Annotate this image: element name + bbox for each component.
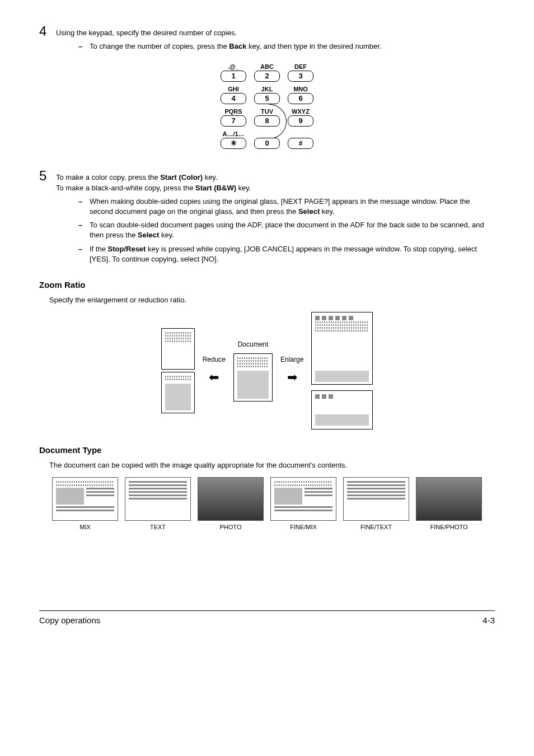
step-4-text: Using the keypad, specify the desired nu… — [56, 25, 495, 38]
doctype-row: MIX TEXT PHOTO FINE/MIX FINE/TEXT FINE/P… — [39, 477, 495, 531]
step-number-4: 4 — [39, 25, 56, 38]
text: key. — [236, 184, 251, 192]
doc-thumb-enlarged — [311, 312, 373, 385]
zoom-reduce-label: Reduce — [203, 355, 226, 365]
key-letters — [288, 130, 313, 138]
text: key is pressed while copying, [JOB CANCE… — [90, 245, 477, 263]
key-hash — [288, 138, 313, 149]
bullet-text: When making double-sided copies using th… — [90, 197, 495, 217]
zoom-heading: Zoom Ratio — [39, 279, 495, 291]
doctype-label: FINE/MIX — [290, 524, 317, 530]
zoom-figure: Reduce Document Enlarge — [39, 312, 495, 430]
text: If the — [90, 245, 108, 253]
key-letters: A…/1… — [221, 130, 246, 138]
keypad-figure: .@_1 ABC2 DEF3 GHI4 JKL5 MNO6 PQRS7 TUV8… — [39, 63, 495, 152]
step-4-bullet-text: To change the number of copies, press th… — [90, 41, 495, 52]
zoom-document-label: Document — [238, 340, 269, 349]
key-letters: WXYZ — [288, 108, 313, 115]
key-select: Select — [138, 231, 159, 239]
keypad: .@_1 ABC2 DEF3 GHI4 JKL5 MNO6 PQRS7 TUV8… — [221, 63, 313, 152]
step-5-bullet-2: – To scan double-sided document pages us… — [39, 220, 495, 240]
key-letters: JKL — [254, 85, 280, 93]
key-letters — [254, 130, 280, 138]
doctype-mix: MIX — [52, 477, 118, 531]
key-letters: MNO — [288, 85, 313, 93]
doctype-fine-text: FINE/TEXT — [343, 477, 409, 531]
doctype-label: TEXT — [150, 524, 166, 530]
zoom-enlarge-col — [311, 312, 373, 430]
arrow-left-icon — [209, 369, 219, 386]
text: To make a black-and-white copy, press th… — [56, 184, 195, 192]
step-number-5: 5 — [39, 169, 56, 183]
text: key, and then type in the desired number… — [246, 42, 381, 50]
text: key. — [320, 207, 335, 216]
key-letters: DEF — [288, 63, 313, 71]
bullet-dash: – — [78, 220, 90, 240]
footer-left: Copy operations — [39, 614, 100, 626]
key-star: ✳ — [221, 138, 246, 149]
doc-thumb-original — [233, 353, 273, 402]
step-5: 5 To make a color copy, press the Start … — [39, 169, 495, 193]
step-4-bullet: – To change the number of copies, press … — [39, 41, 495, 52]
step-5-body: To make a color copy, press the Start (C… — [56, 169, 495, 193]
key-4: 4 — [221, 93, 246, 104]
doctype-photo: PHOTO — [198, 477, 264, 531]
step-5-bullet-1: – When making double-sided copies using … — [39, 197, 495, 217]
arrow-right-icon — [287, 369, 297, 386]
doctype-fine-photo: FINE/PHOTO — [416, 477, 482, 531]
doctype-label: PHOTO — [220, 524, 242, 530]
bullet-text: If the Stop/Reset key is pressed while c… — [90, 244, 495, 264]
key-stop-reset: Stop/Reset — [108, 245, 146, 253]
text: To change the number of copies, press th… — [90, 42, 229, 50]
key-9: 9 — [288, 115, 313, 127]
key-6: 6 — [288, 93, 313, 104]
step-4: 4 Using the keypad, specify the desired … — [39, 25, 495, 38]
zoom-reduce-col — [161, 328, 195, 413]
bullet-dash: – — [78, 197, 90, 217]
text: key. — [159, 231, 174, 239]
bullet-dash: – — [78, 244, 90, 264]
key-8: 8 — [254, 115, 280, 127]
doctype-label: FINE/TEXT — [360, 524, 392, 530]
footer-right: 4-3 — [483, 614, 495, 626]
zoom-enlarge-label: Enlarge — [280, 355, 303, 365]
text: When making double-sided copies using th… — [90, 197, 470, 216]
key-0: 0 — [254, 138, 280, 149]
key-letters: .@_ — [221, 63, 246, 71]
key-1: 1 — [221, 71, 246, 82]
doc-thumb-enlarged-crop — [311, 390, 373, 430]
key-letters: GHI — [221, 85, 246, 93]
key-letters: PQRS — [221, 108, 246, 115]
key-back: Back — [229, 42, 246, 50]
key-start-color: Start (Color) — [160, 173, 203, 181]
bullet-dash: – — [78, 41, 90, 52]
key-3: 3 — [288, 71, 313, 82]
step-5-bullet-3: – If the Stop/Reset key is pressed while… — [39, 244, 495, 264]
doctype-text: TEXT — [125, 477, 191, 531]
key-select: Select — [298, 207, 320, 216]
doctype-label: FINE/PHOTO — [430, 524, 467, 530]
key-letters: ABC — [254, 63, 280, 71]
text: To make a color copy, press the — [56, 173, 160, 181]
key-letters: TUV — [254, 108, 280, 115]
doctype-desc: The document can be copied with the imag… — [39, 460, 495, 470]
doc-thumb-reduced-bottom — [161, 372, 195, 413]
page-footer: Copy operations 4-3 — [39, 610, 495, 626]
key-2: 2 — [254, 71, 280, 82]
key-7: 7 — [221, 115, 246, 127]
doc-thumb-reduced-top — [161, 328, 195, 370]
doctype-fine-mix: FINE/MIX — [270, 477, 336, 531]
key-5: 5 — [254, 93, 280, 104]
doctype-heading: Document Type — [39, 444, 495, 456]
doctype-label: MIX — [79, 524, 91, 530]
zoom-desc: Specify the enlargement or reduction rat… — [39, 295, 495, 305]
bullet-text: To scan double-sided document pages usin… — [90, 220, 495, 240]
key-start-bw: Start (B&W) — [195, 184, 236, 192]
text: key. — [203, 173, 218, 181]
